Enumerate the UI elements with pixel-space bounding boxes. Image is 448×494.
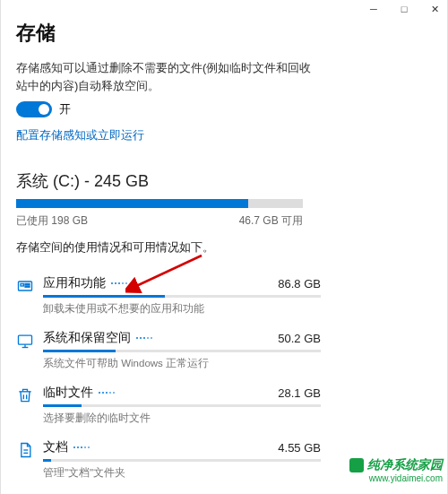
category-row[interactable]: 临时文件 28.1 GB 选择要删除的临时文件 bbox=[16, 379, 321, 434]
loading-dots-icon bbox=[99, 392, 115, 394]
category-name: 应用和功能 bbox=[43, 275, 127, 291]
close-button[interactable]: ✕ bbox=[428, 4, 441, 15]
category-row[interactable]: 应用和功能 86.8 GB 卸载未使用或不想要的应用和功能 bbox=[16, 270, 321, 325]
category-subtitle: 系统文件可帮助 Windows 正常运行 bbox=[43, 357, 321, 370]
category-subtitle: 管理"文档"文件夹 bbox=[43, 466, 321, 480]
category-name: 临时文件 bbox=[43, 385, 115, 401]
svg-rect-3 bbox=[25, 286, 30, 287]
category-name: 系统和保留空间 bbox=[43, 330, 152, 346]
category-subtitle: 卸载未使用或不想要的应用和功能 bbox=[43, 302, 321, 316]
category-size: 86.8 GB bbox=[278, 277, 321, 290]
used-label: 已使用 198 GB bbox=[16, 213, 88, 229]
loading-dots-icon bbox=[111, 282, 127, 284]
storage-sense-description: 存储感知可以通过删除不需要的文件(例如临时文件和回收站中的内容)自动释放空间。 bbox=[16, 59, 312, 94]
category-bar bbox=[43, 404, 321, 407]
category-bar bbox=[43, 459, 321, 462]
category-bar bbox=[43, 350, 321, 352]
category-bar bbox=[43, 295, 321, 298]
drive-usage-bar bbox=[16, 199, 303, 208]
trash-icon bbox=[16, 386, 34, 404]
category-size: 4.55 GB bbox=[278, 441, 321, 455]
minimize-button[interactable]: ─ bbox=[367, 4, 380, 15]
category-row[interactable]: 文档 4.55 GB 管理"文档"文件夹 bbox=[16, 434, 321, 489]
category-size: 28.1 GB bbox=[278, 386, 321, 400]
loading-dots-icon bbox=[73, 446, 90, 448]
svg-rect-4 bbox=[19, 335, 32, 344]
category-size: 50.2 GB bbox=[278, 332, 321, 345]
category-row[interactable]: 桌面 1.67 GB 管理"桌面"文件夹 bbox=[16, 489, 321, 494]
loading-dots-icon bbox=[136, 337, 152, 339]
drive-title: 系统 (C:) - 245 GB bbox=[16, 170, 432, 192]
storage-sense-toggle[interactable] bbox=[16, 101, 52, 117]
svg-rect-1 bbox=[21, 284, 23, 287]
maximize-button[interactable]: □ bbox=[398, 4, 410, 15]
svg-rect-2 bbox=[25, 284, 30, 285]
document-icon bbox=[16, 441, 34, 459]
free-label: 46.7 GB 可用 bbox=[239, 213, 303, 229]
apps-icon bbox=[16, 277, 34, 295]
category-subtitle: 选择要删除的临时文件 bbox=[43, 412, 321, 425]
toggle-label: 开 bbox=[59, 101, 71, 117]
configure-link[interactable]: 配置存储感知或立即运行 bbox=[16, 127, 144, 143]
usage-description: 存储空间的使用情况和可用情况如下。 bbox=[16, 239, 432, 256]
category-row[interactable]: 系统和保留空间 50.2 GB 系统文件可帮助 Windows 正常运行 bbox=[16, 325, 321, 379]
system-icon bbox=[16, 332, 34, 350]
page-title: 存储 bbox=[16, 20, 432, 47]
category-name: 文档 bbox=[43, 439, 90, 455]
